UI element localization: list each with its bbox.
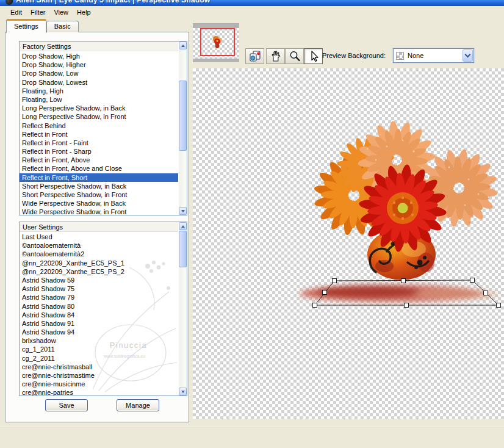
factory-scrollbar[interactable] — [179, 42, 187, 215]
transparency-checker-icon — [396, 52, 404, 60]
list-item[interactable]: cg_1_2011 — [20, 345, 178, 353]
settings-panel: Factory Settings Drop Shadow, HighDrop S… — [5, 32, 189, 422]
dialog-footer-groove — [0, 426, 504, 428]
magnifier-icon — [288, 49, 301, 63]
list-item[interactable]: Last Used — [20, 233, 178, 241]
list-item[interactable]: ©antoaloematernità — [20, 241, 178, 250]
list-item[interactable]: cg_2_2011 — [20, 354, 178, 363]
select-tool-button[interactable] — [304, 48, 323, 64]
menu-item[interactable]: Edit — [6, 7, 26, 17]
list-item[interactable]: Reflect in Front — [20, 130, 178, 139]
factory-settings-header: Factory Settings — [20, 42, 178, 51]
shadow-reflection — [298, 284, 499, 303]
list-item[interactable]: Reflect in Front, Above — [20, 156, 178, 164]
preview-canvas[interactable] — [193, 68, 504, 419]
menu-item[interactable]: Help — [73, 7, 95, 17]
list-item[interactable]: Drop Shadow, Lowest — [20, 78, 178, 87]
arrow-cursor-icon — [307, 49, 320, 63]
list-item[interactable]: Wide Perspective Shadow, in Back — [20, 199, 178, 208]
list-item[interactable]: Astrid Shadow 59 — [20, 276, 178, 284]
app-icon — [5, 0, 13, 5]
transform-handle-top-right[interactable] — [470, 278, 475, 283]
transform-handle-middle-left[interactable] — [323, 291, 327, 295]
list-item[interactable]: Floating, High — [20, 87, 178, 95]
window-title: Alien Skin | Eye Candy 5 Impact | Perspe… — [16, 0, 211, 4]
list-item[interactable]: Drop Shadow, Low — [20, 69, 178, 78]
scrollbar-thumb[interactable] — [179, 81, 187, 151]
scroll-up-icon[interactable] — [179, 222, 187, 230]
combo-dropdown-button[interactable] — [463, 49, 473, 62]
list-item[interactable]: cre@nnie-christmasball — [20, 363, 178, 371]
plugin-window: { "window": { "title": "Alien Skin | Eye… — [0, 0, 504, 448]
list-item[interactable]: Wide Perspective Shadow, in Front — [20, 208, 178, 215]
transform-handle-bottom-middle[interactable] — [405, 303, 409, 308]
list-item[interactable]: Reflect in Front - Faint — [20, 139, 178, 147]
list-item[interactable]: ©antoaloematernità2 — [20, 250, 178, 258]
menu-item[interactable]: View — [49, 7, 73, 17]
factory-settings-listbox: Factory Settings Drop Shadow, HighDrop S… — [19, 41, 187, 215]
list-item[interactable]: Long Perspective Shadow, in Front — [20, 112, 178, 121]
list-item[interactable]: Astrid Shadow 75 — [20, 284, 178, 293]
navigator-margin — [193, 23, 239, 28]
list-item[interactable]: Astrid Shadow 84 — [20, 311, 178, 319]
list-item[interactable]: Short Perspective Shadow, in Front — [20, 190, 178, 199]
user-settings-header: User Settings — [20, 222, 178, 232]
list-item[interactable]: cre@nnie-musicinme — [20, 380, 178, 388]
preview-background-label: Preview Background: — [322, 52, 386, 59]
list-item[interactable]: Reflect in Front, Short — [20, 173, 178, 182]
navigator-image — [201, 29, 234, 55]
pan-tool-button[interactable] — [266, 48, 285, 64]
preview-background-select[interactable]: None — [393, 48, 474, 63]
list-item[interactable]: cre@nnie-christmastime — [20, 371, 178, 380]
user-scrollbar[interactable] — [179, 222, 187, 396]
list-item[interactable]: cre@nnie-patries — [20, 388, 178, 396]
zoom-tool-button[interactable] — [285, 48, 304, 64]
transform-handle-top-left[interactable] — [333, 279, 337, 283]
list-item[interactable]: Long Perspective Shadow, in Back — [20, 104, 178, 112]
tab-settings[interactable]: Settings — [6, 19, 46, 33]
manage-button[interactable]: Manage — [117, 399, 159, 411]
list-item[interactable]: Reflect in Front, Above and Close — [20, 164, 178, 173]
list-item[interactable]: @nn_220209_Xanthe_EC5_PS_2 — [20, 267, 178, 276]
scroll-down-icon[interactable] — [179, 207, 187, 215]
list-item[interactable]: Astrid Shadow 91 — [20, 319, 178, 328]
navigator-margin — [193, 59, 239, 62]
transform-handle-top-middle[interactable] — [401, 279, 406, 283]
factory-settings-list: Drop Shadow, HighDrop Shadow, HigherDrop… — [20, 52, 178, 215]
transform-handle-bottom-right[interactable] — [497, 303, 501, 308]
list-item[interactable]: Drop Shadow, High — [20, 52, 178, 60]
menu-item[interactable]: Filter — [26, 7, 49, 17]
list-item[interactable]: Reflect Behind — [20, 121, 178, 130]
scroll-up-icon[interactable] — [179, 42, 187, 49]
transform-handle-bottom-left[interactable] — [313, 303, 317, 308]
hand-icon — [269, 49, 283, 63]
transform-handle-middle-right[interactable] — [484, 291, 488, 295]
list-item[interactable]: Floating, Low — [20, 95, 178, 104]
chevron-down-icon — [465, 52, 471, 58]
list-item[interactable]: Astrid Shadow 79 — [20, 293, 178, 302]
preview-background-value: None — [408, 52, 423, 59]
menu-bar: EditFilterViewHelp — [0, 6, 504, 18]
preview-toggle-button[interactable] — [245, 48, 264, 64]
list-item[interactable]: Drop Shadow, Higher — [20, 60, 178, 69]
user-settings-list: Last Used©antoaloematernità©antoaloemate… — [20, 233, 178, 396]
list-item[interactable]: Short Perspective Shadow, in Back — [20, 182, 178, 190]
navigator-view-rect[interactable] — [200, 28, 235, 56]
before-after-icon — [248, 49, 262, 63]
list-item[interactable]: @nn_220209_Xanthe_EC5_PS_1 — [20, 259, 178, 267]
tab-strip: Settings Basic — [6, 19, 79, 32]
navigator-thumbnail[interactable] — [193, 23, 239, 62]
list-item[interactable]: Astrid Shadow 94 — [20, 328, 178, 336]
save-button[interactable]: Save — [45, 399, 88, 411]
tab-basic[interactable]: Basic — [46, 21, 79, 32]
list-item[interactable]: brixshadow — [20, 336, 178, 345]
list-item[interactable]: Reflect in Front - Sharp — [20, 147, 178, 156]
list-item[interactable]: Astrid Shadow 80 — [20, 302, 178, 311]
scroll-down-icon[interactable] — [179, 388, 187, 396]
preview-image — [193, 68, 504, 419]
user-settings-listbox: Pinuccia www.soldiregrafica.eu User Sett… — [19, 222, 187, 396]
scrollbar-thumb[interactable] — [179, 231, 187, 267]
title-bar[interactable]: Alien Skin | Eye Candy 5 Impact | Perspe… — [0, 0, 504, 6]
